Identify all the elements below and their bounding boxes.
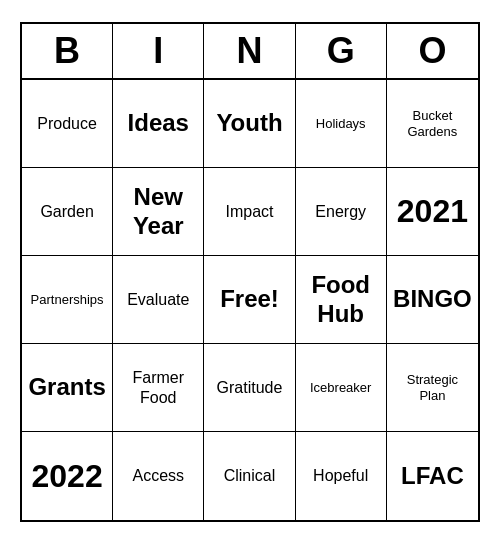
- bingo-cell[interactable]: Icebreaker: [296, 344, 387, 432]
- bingo-cell[interactable]: Holidays: [296, 80, 387, 168]
- bingo-cell[interactable]: Free!: [204, 256, 295, 344]
- bingo-cell[interactable]: Impact: [204, 168, 295, 256]
- header-letter: B: [22, 24, 113, 78]
- header-letter: I: [113, 24, 204, 78]
- bingo-cell[interactable]: Access: [113, 432, 204, 520]
- cell-label: Food Hub: [302, 271, 380, 329]
- cell-label: Garden: [40, 202, 93, 221]
- cell-label: Partnerships: [31, 292, 104, 308]
- bingo-cell[interactable]: 2022: [22, 432, 113, 520]
- bingo-cell[interactable]: Food Hub: [296, 256, 387, 344]
- cell-label: Farmer Food: [119, 368, 197, 406]
- cell-label: Produce: [37, 114, 97, 133]
- header-letter: N: [204, 24, 295, 78]
- cell-label: LFAC: [401, 462, 464, 491]
- cell-label: 2022: [32, 457, 103, 495]
- cell-label: Clinical: [224, 466, 276, 485]
- cell-label: Strategic Plan: [393, 372, 472, 403]
- cell-label: Energy: [315, 202, 366, 221]
- bingo-cell[interactable]: Gratitude: [204, 344, 295, 432]
- bingo-cell[interactable]: 2021: [387, 168, 478, 256]
- cell-label: Access: [133, 466, 185, 485]
- cell-label: Gratitude: [217, 378, 283, 397]
- header-letter: G: [296, 24, 387, 78]
- cell-label: BINGO: [393, 285, 472, 314]
- bingo-cell[interactable]: New Year: [113, 168, 204, 256]
- bingo-cell[interactable]: Strategic Plan: [387, 344, 478, 432]
- bingo-cell[interactable]: Energy: [296, 168, 387, 256]
- cell-label: Bucket Gardens: [393, 108, 472, 139]
- bingo-cell[interactable]: Grants: [22, 344, 113, 432]
- cell-label: Holidays: [316, 116, 366, 132]
- cell-label: Impact: [225, 202, 273, 221]
- bingo-cell[interactable]: BINGO: [387, 256, 478, 344]
- cell-label: 2021: [397, 192, 468, 230]
- bingo-card: BINGO ProduceIdeasYouthHolidaysBucket Ga…: [20, 22, 480, 522]
- bingo-cell[interactable]: Youth: [204, 80, 295, 168]
- bingo-cell[interactable]: Clinical: [204, 432, 295, 520]
- header-letter: O: [387, 24, 478, 78]
- bingo-cell[interactable]: Ideas: [113, 80, 204, 168]
- cell-label: New Year: [119, 183, 197, 241]
- bingo-grid: ProduceIdeasYouthHolidaysBucket GardensG…: [22, 80, 478, 520]
- bingo-cell[interactable]: Evaluate: [113, 256, 204, 344]
- cell-label: Icebreaker: [310, 380, 371, 396]
- cell-label: Evaluate: [127, 290, 189, 309]
- cell-label: Hopeful: [313, 466, 368, 485]
- bingo-cell[interactable]: LFAC: [387, 432, 478, 520]
- bingo-header: BINGO: [22, 24, 478, 80]
- cell-label: Grants: [28, 373, 105, 402]
- bingo-cell[interactable]: Garden: [22, 168, 113, 256]
- bingo-cell[interactable]: Bucket Gardens: [387, 80, 478, 168]
- cell-label: Free!: [220, 285, 279, 314]
- bingo-cell[interactable]: Farmer Food: [113, 344, 204, 432]
- bingo-cell[interactable]: Hopeful: [296, 432, 387, 520]
- bingo-cell[interactable]: Partnerships: [22, 256, 113, 344]
- bingo-cell[interactable]: Produce: [22, 80, 113, 168]
- cell-label: Youth: [216, 109, 282, 138]
- cell-label: Ideas: [128, 109, 189, 138]
